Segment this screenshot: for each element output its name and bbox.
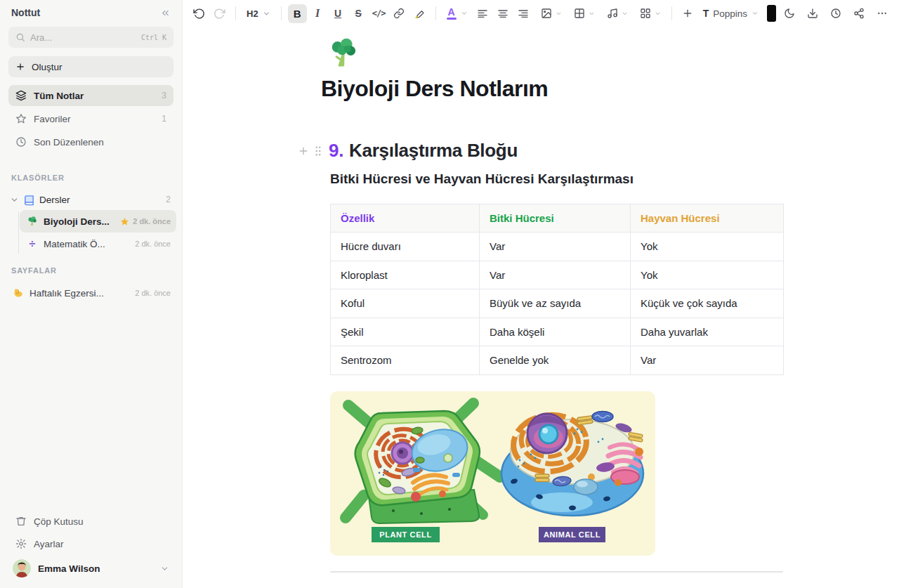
document-emoji-broccoli[interactable] — [327, 37, 360, 69]
heading-level-select[interactable]: H2 — [242, 4, 275, 23]
folder-count-badge: 2 — [166, 195, 171, 204]
flexed-bicep-icon — [13, 287, 24, 299]
align-right-button[interactable] — [514, 4, 533, 23]
user-account-button[interactable]: Emma Wilson — [8, 556, 173, 581]
blocks-icon — [638, 4, 653, 23]
table-row: Hücre duvarı Var Yok — [331, 233, 784, 261]
insert-media-button[interactable] — [601, 4, 632, 23]
type-icon: T — [703, 8, 709, 19]
drag-handle-icon[interactable] — [314, 145, 322, 157]
insert-table-button[interactable] — [567, 4, 599, 23]
trash-button[interactable]: Çöp Kutusu — [8, 511, 173, 532]
collapse-sidebar-icon[interactable] — [160, 8, 171, 18]
folder-dersler[interactable]: Dersler 2 — [6, 189, 176, 210]
animal-cell-drawing — [501, 411, 643, 516]
add-block-inline-icon[interactable] — [298, 145, 309, 157]
page-title[interactable]: Biyoloji Ders Notlarım — [321, 76, 899, 102]
table-cell[interactable]: Şekil — [331, 318, 480, 346]
current-color-swatch[interactable] — [767, 5, 776, 22]
table-header-plant[interactable]: Bitki Hücresi — [480, 204, 631, 233]
table-cell[interactable]: Sentrozom — [331, 346, 480, 375]
italic-button[interactable]: I — [308, 4, 327, 23]
table-cell[interactable]: Yok — [631, 261, 784, 289]
main-area: H2 B I U S </> A — [183, 0, 899, 588]
section-number: 9. — [329, 140, 343, 161]
table-row: Kloroplast Var Yok — [331, 261, 784, 289]
comparison-table[interactable]: Özellik Bitki Hücresi Hayvan Hücresi Hüc… — [330, 204, 784, 375]
create-button[interactable]: Oluştur — [8, 56, 173, 77]
sidebar: Nottut Ctrl K Oluştur Tüm Notlar — [0, 0, 183, 588]
font-family-select[interactable]: T Poppins — [699, 4, 763, 23]
comparison-subtitle[interactable]: Bitki Hücresi ve Hayvan Hücresi Karşılaş… — [330, 171, 899, 187]
sidebar-footer: Çöp Kutusu Ayarlar Emma Wilson — [0, 511, 182, 588]
note-timestamp: 2 dk. önce — [135, 240, 171, 248]
cell-comparison-image[interactable]: PLANT CELL ANIMAL CELL — [330, 391, 655, 556]
table-cell[interactable]: Daha köşeli — [480, 318, 631, 346]
strikethrough-button[interactable]: S — [349, 4, 368, 23]
align-center-button[interactable] — [494, 4, 513, 23]
sidebar-item-favorites[interactable]: Favoriler 1 — [8, 108, 173, 129]
table-cell[interactable]: Genelde yok — [480, 346, 631, 375]
plant-cell-drawing — [346, 403, 500, 523]
code-button[interactable]: </> — [369, 4, 388, 23]
sidebar-item-recent[interactable]: Son Düzenlenen — [8, 131, 173, 152]
undo-button[interactable] — [190, 4, 209, 23]
share-button[interactable] — [850, 4, 869, 23]
sidebar-item-all-notes[interactable]: Tüm Notlar 3 — [8, 85, 173, 106]
chevron-down-icon — [589, 11, 595, 17]
more-options-button[interactable] — [873, 4, 892, 23]
table-header-feature[interactable]: Özellik — [331, 204, 480, 233]
section-heading[interactable]: 9.Karşılaştırma Bloğu — [329, 140, 518, 162]
animal-cell-label: ANIMAL CELL — [539, 527, 605, 542]
page-item-exercise[interactable]: Haftalık Egzersi... 2 dk. önce — [6, 282, 176, 304]
editor-toolbar: H2 B I U S </> A — [183, 0, 899, 27]
folders-section-heading: KLASÖRLER — [0, 174, 182, 182]
broccoli-icon — [27, 216, 38, 227]
note-label: Matematik Ö... — [44, 239, 105, 249]
redo-button[interactable] — [210, 4, 229, 23]
search-input[interactable] — [30, 32, 122, 43]
table-cell[interactable]: Küçük ve çok sayıda — [631, 289, 784, 318]
table-cell[interactable]: Var — [480, 261, 631, 289]
text-color-button[interactable]: A — [442, 4, 472, 23]
settings-button[interactable]: Ayarlar — [8, 533, 173, 554]
pages-list: Haftalık Egzersi... 2 dk. önce — [6, 282, 176, 304]
table-cell[interactable]: Koful — [331, 289, 480, 318]
search-bar[interactable]: Ctrl K — [8, 27, 173, 48]
link-button[interactable] — [390, 4, 409, 23]
insert-image-button[interactable] — [534, 4, 566, 23]
table-cell[interactable]: Yok — [631, 233, 784, 261]
chevron-down-icon — [752, 10, 759, 17]
table-cell[interactable]: Var — [631, 346, 784, 375]
add-block-button[interactable] — [678, 4, 697, 23]
document-editor[interactable]: Biyoloji Ders Notlarım 9.Karşılaştırma B… — [183, 27, 899, 588]
table-row: Sentrozom Genelde yok Var — [331, 346, 784, 375]
text-color-icon: A — [447, 7, 457, 20]
toolbar-separator — [671, 6, 672, 20]
table-cell[interactable]: Büyük ve az sayıda — [480, 289, 631, 318]
dark-mode-button[interactable] — [780, 4, 799, 23]
sidebar-item-label: Tüm Notlar — [34, 91, 84, 101]
folder-children: Biyoloji Ders... 2 dk. önce ÷ Matematik … — [18, 210, 176, 255]
toolbar-separator — [435, 6, 436, 20]
pages-section-heading: SAYFALAR — [0, 266, 182, 275]
table-cell[interactable]: Var — [480, 233, 631, 261]
highlighter-button[interactable] — [410, 4, 429, 23]
table-cell[interactable]: Hücre duvarı — [331, 233, 480, 261]
note-item-math[interactable]: ÷ Matematik Ö... 2 dk. önce — [20, 233, 176, 255]
table-cell[interactable]: Kloroplast — [331, 261, 480, 289]
align-left-button[interactable] — [473, 4, 492, 23]
note-item-biology[interactable]: Biyoloji Ders... 2 dk. önce — [20, 210, 176, 233]
plant-cell-label: PLANT CELL — [372, 527, 440, 542]
table-header-animal[interactable]: Hayvan Hücresi — [631, 204, 784, 233]
favorite-star-icon — [120, 217, 129, 226]
settings-label: Ayarlar — [34, 539, 64, 549]
chevron-down-icon[interactable] — [10, 195, 19, 204]
underline-button[interactable]: U — [329, 4, 348, 23]
plus-icon — [15, 62, 25, 72]
history-button[interactable] — [827, 4, 846, 23]
bold-button[interactable]: B — [288, 4, 307, 23]
table-cell[interactable]: Daha yuvarlak — [631, 318, 784, 346]
download-button[interactable] — [803, 4, 822, 23]
insert-block-button[interactable] — [634, 4, 665, 23]
